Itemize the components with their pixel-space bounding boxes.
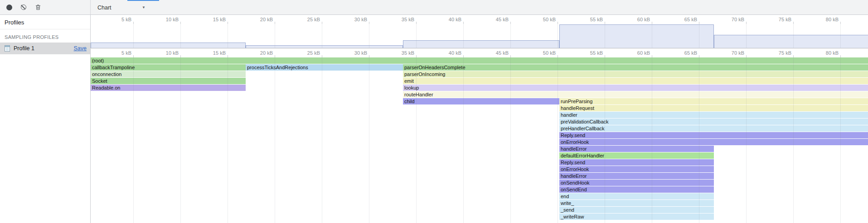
- flame-bar-label: Reply.send: [559, 132, 868, 138]
- save-profile-link[interactable]: Save: [74, 45, 87, 52]
- flame-rows: (root)callbackTrampolineprocessTicksAndR…: [91, 57, 868, 220]
- flame-bar-label: preValidationCallback: [559, 119, 868, 125]
- flame-bar[interactable]: child: [403, 98, 559, 104]
- flame-bar[interactable]: onSendHook: [559, 180, 714, 186]
- ruler-tick-label: 75 kB: [765, 50, 791, 56]
- overview-step: [91, 43, 246, 48]
- flame-bar[interactable]: Reply.send: [559, 159, 714, 166]
- flame-row: preValidationCallback: [91, 119, 868, 125]
- flame-bar[interactable]: callbackTrampoline: [91, 64, 246, 71]
- profile-icon: [4, 45, 11, 52]
- flame-bar[interactable]: handleRequest: [559, 105, 868, 111]
- delete-profile-button[interactable]: [32, 1, 44, 14]
- flame-bar[interactable]: preHandlerCallback: [559, 125, 868, 132]
- flame-row: callbackTrampolineprocessTicksAndRejecti…: [91, 64, 868, 71]
- clear-all-button[interactable]: [17, 1, 30, 14]
- flame-bar-label: write_: [559, 200, 714, 206]
- flame-bar[interactable]: runPreParsing: [559, 98, 868, 104]
- dropdown-arrow-icon: ▼: [142, 5, 145, 9]
- ruler-tick-label: 55 kB: [577, 17, 603, 22]
- flame-bar[interactable]: onconnection: [91, 71, 246, 77]
- ruler-tick-label: 60 kB: [624, 50, 650, 56]
- flame-bar-label: handleError: [559, 146, 714, 152]
- flame-bar[interactable]: lookup: [403, 85, 868, 91]
- ruler-tick-label: 20 kB: [247, 50, 273, 56]
- toolbar: Chart ▼: [0, 0, 868, 15]
- ruler-tick-label: 45 kB: [482, 17, 509, 22]
- flame-bar[interactable]: defaultErrorHandler: [559, 152, 714, 159]
- trash-icon: [35, 4, 41, 10]
- flame-bar[interactable]: Readable.on: [91, 85, 246, 91]
- flame-bar-label: onErrorHook: [559, 139, 868, 145]
- flame-row: preHandlerCallback: [91, 125, 868, 132]
- view-mode-select[interactable]: Chart ▼: [94, 2, 149, 13]
- flame-chart[interactable]: 5 kB10 kB15 kB20 kB25 kB30 kB35 kB40 kB4…: [91, 48, 868, 223]
- ruler-tick-label: 25 kB: [294, 50, 320, 56]
- ruler-tick-label: 15 kB: [199, 50, 226, 56]
- profiles-sidebar: Profiles SAMPLING PROFILES Profile 1 Sav…: [0, 15, 91, 223]
- flame-bar[interactable]: onErrorHook: [559, 139, 868, 145]
- flame-row: Socketemit: [91, 78, 868, 85]
- ruler-tick-label: 5 kB: [105, 17, 131, 22]
- flame-row: handleError: [91, 173, 868, 180]
- flame-bar[interactable]: processTicksAndRejections: [246, 64, 403, 71]
- overview-graph: [91, 24, 868, 48]
- profiles-header: Profiles: [0, 15, 90, 29]
- ruler-tick-label: 65 kB: [671, 50, 697, 56]
- flame-row: _send: [91, 207, 868, 214]
- flame-bar[interactable]: routeHandler: [403, 91, 868, 98]
- flame-row: Reply.send: [91, 159, 868, 166]
- overview-step: [403, 40, 559, 48]
- flame-bar-label: runPreParsing: [559, 98, 868, 104]
- flame-bar-label: _send: [559, 207, 714, 213]
- flame-row: routeHandler: [91, 91, 868, 98]
- overview-step: [559, 24, 714, 48]
- record-button[interactable]: [3, 1, 15, 14]
- flame-bar[interactable]: end: [559, 193, 714, 199]
- overview-pane[interactable]: 5 kB10 kB15 kB20 kB25 kB30 kB35 kB40 kB4…: [91, 15, 868, 48]
- flame-bar[interactable]: _writeRaw: [559, 214, 714, 220]
- flame-bar-label: lookup: [403, 85, 868, 91]
- overview-step: [714, 35, 868, 48]
- flame-bar-label: child: [403, 98, 559, 104]
- ruler-tick-label: 50 kB: [529, 17, 556, 22]
- flame-bar-label: parserOnIncoming: [403, 71, 868, 77]
- flame-row: (root): [91, 57, 868, 64]
- clear-icon: [21, 5, 26, 10]
- flame-bar[interactable]: parserOnIncoming: [403, 71, 868, 77]
- flame-bar[interactable]: Reply.send: [559, 132, 868, 138]
- ruler-tick-label: 65 kB: [671, 17, 697, 22]
- flame-bar[interactable]: onErrorHook: [559, 166, 714, 172]
- flame-bar[interactable]: Socket: [91, 78, 246, 84]
- flame-bar-label: processTicksAndRejections: [246, 64, 403, 71]
- flame-bar-label: onErrorHook: [559, 166, 714, 172]
- flame-bar[interactable]: (root): [91, 57, 868, 64]
- flame-bar-label: handleRequest: [559, 105, 868, 111]
- ruler-tick-label: 80 kB: [812, 50, 839, 56]
- flame-bar-label: handler: [559, 112, 868, 118]
- flame-bar[interactable]: parserOnHeadersComplete: [403, 64, 868, 71]
- flame-row: handler: [91, 112, 868, 119]
- ruler-tick-label: 80 kB: [812, 17, 839, 22]
- flame-bar[interactable]: emit: [403, 78, 868, 84]
- profile-item-profile-1[interactable]: Profile 1 Save: [0, 43, 90, 54]
- ruler-tick-label: 30 kB: [341, 17, 367, 22]
- flame-bar[interactable]: handler: [559, 112, 868, 118]
- flame-bar[interactable]: handleError: [559, 173, 714, 179]
- flame-bar[interactable]: preValidationCallback: [559, 119, 868, 125]
- flame-bar-label: handleError: [559, 173, 714, 179]
- flame-bar[interactable]: handleError: [559, 146, 714, 152]
- flame-row: defaultErrorHandler: [91, 152, 868, 159]
- ruler-tick-label: 35 kB: [388, 50, 414, 56]
- ruler-tick-label: 20 kB: [247, 17, 273, 22]
- flame-bar-label: callbackTrampoline: [91, 64, 246, 71]
- flame-ruler: 5 kB10 kB15 kB20 kB25 kB30 kB35 kB40 kB4…: [91, 48, 868, 57]
- toolbar-divider: [90, 0, 91, 14]
- flame-bar[interactable]: _send: [559, 207, 714, 213]
- flame-bar-label: end: [559, 193, 714, 199]
- flame-bar[interactable]: onSendEnd: [559, 186, 714, 193]
- flame-bar-label: _writeRaw: [559, 214, 714, 220]
- flame-bar[interactable]: write_: [559, 200, 714, 206]
- flame-bar-label: (root): [91, 57, 868, 64]
- overview-step: [246, 45, 403, 48]
